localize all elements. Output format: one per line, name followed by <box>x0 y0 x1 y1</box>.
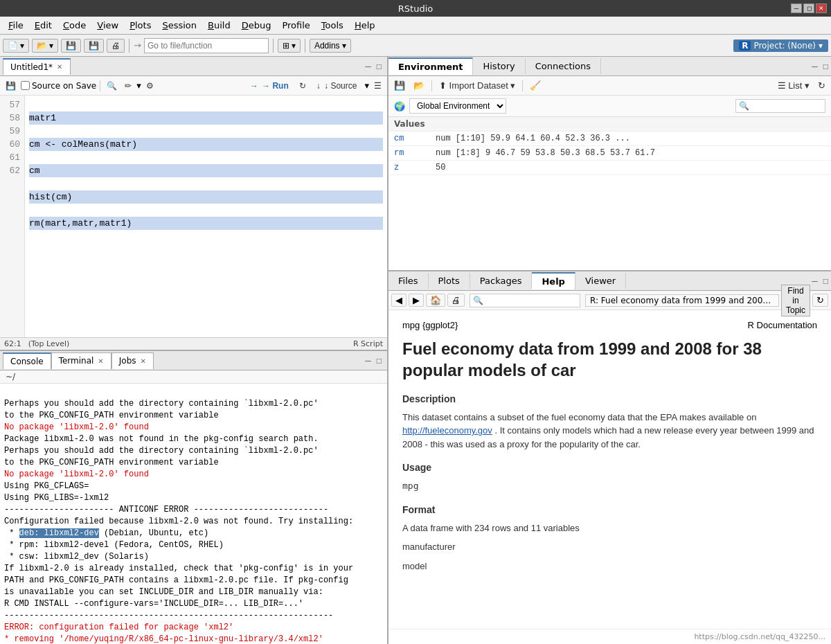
console-maximize-button[interactable]: □ <box>374 355 384 367</box>
jobs-tab-label: Jobs <box>119 356 136 366</box>
menu-code[interactable]: Code <box>57 18 91 33</box>
save-button[interactable]: 💾 <box>61 39 81 53</box>
menu-plots[interactable]: Plots <box>124 18 157 33</box>
env-load-icon-btn[interactable]: 📂 <box>411 79 427 92</box>
source-button[interactable]: ↓ ↓ Source <box>311 80 363 92</box>
open-icon: 📂 <box>37 41 47 51</box>
restore-button[interactable]: ◻ <box>803 3 814 13</box>
files-tab-plots[interactable]: Plots <box>429 273 470 289</box>
print-button[interactable]: 🖨 <box>107 39 125 53</box>
help-pkg-name: mpg {ggplot2} <box>402 319 458 332</box>
connections-tab-label: Connections <box>535 61 591 71</box>
env-minimize-button[interactable]: ─ <box>809 60 821 73</box>
help-refresh-button[interactable]: ↻ <box>812 294 828 307</box>
files-maximize-button[interactable]: □ <box>821 275 831 287</box>
main-layout: Untitled1* ✕ ─ □ 💾 Source on Save 🔍 ✏▾ ⚙ <box>0 57 831 644</box>
source-down-icon: ↓ <box>316 81 321 91</box>
editor-tab-untitled1[interactable]: Untitled1* ✕ <box>3 58 71 75</box>
close-button[interactable]: ✕ <box>816 3 827 13</box>
help-print-button[interactable]: 🖨 <box>447 294 465 307</box>
console-output[interactable]: Perhaps you should add the directory con… <box>0 384 387 644</box>
env-search-input[interactable] <box>735 99 825 113</box>
menu-view[interactable]: View <box>91 18 124 33</box>
goto-input[interactable] <box>144 38 269 53</box>
files-tab-files[interactable]: Files <box>388 273 429 289</box>
source-on-save-checkbox[interactable] <box>21 81 30 90</box>
editor-minimize-button[interactable]: ─ <box>362 60 374 73</box>
goto-arrow: → <box>134 40 141 51</box>
grid-button[interactable]: ⊞▾ <box>278 39 301 53</box>
editor-tab-bar: Untitled1* ✕ ─ □ <box>0 57 387 76</box>
menu-session[interactable]: Session <box>157 18 202 33</box>
env-save-icon-btn[interactable]: 💾 <box>391 79 408 92</box>
menu-debug[interactable]: Debug <box>236 18 277 33</box>
menu-tools[interactable]: Tools <box>316 18 349 33</box>
menu-edit[interactable]: Edit <box>29 18 57 33</box>
addins-button[interactable]: Addins ▾ <box>310 39 351 53</box>
files-tab-viewer[interactable]: Viewer <box>575 273 626 289</box>
env-maximize-button[interactable]: □ <box>821 60 831 73</box>
help-home-button[interactable]: 🏠 <box>426 294 445 307</box>
editor-options-icon-btn[interactable]: ☰ <box>371 80 384 92</box>
console-pane: Console Terminal ✕ Jobs ✕ ─ □ ~/ Perha <box>0 351 387 644</box>
help-path-bar: R: Fuel economy data from 1999 and 2008 … <box>585 294 779 307</box>
menu-file[interactable]: File <box>3 18 29 33</box>
jobs-tab-close-icon[interactable]: ✕ <box>141 357 146 365</box>
help-desc-text-1: This dataset contains a subset of the fu… <box>402 412 756 422</box>
help-usage-code-block: mpg <box>402 481 418 491</box>
code-tools-icon-btn[interactable]: ✏ <box>122 80 134 92</box>
help-back-button[interactable]: ◀ <box>391 294 406 307</box>
files-pane: Files Plots Packages Help Viewer ─ □ <box>388 271 831 644</box>
menu-help[interactable]: Help <box>349 18 381 33</box>
project-badge: R Project: (None) ▾ <box>733 39 828 52</box>
save-all-button[interactable]: 💾 <box>84 39 104 53</box>
project-r-icon: R <box>739 41 751 51</box>
run-button[interactable]: → → Run <box>244 80 294 92</box>
help-search-input[interactable] <box>470 294 580 307</box>
env-tab-environment[interactable]: Environment <box>388 57 474 75</box>
console-line-3: No package 'libxml-2.0' found <box>4 422 149 432</box>
env-sep-2 <box>522 80 523 91</box>
run-icon: → <box>250 81 258 91</box>
env-tab-connections[interactable]: Connections <box>526 58 601 74</box>
new-file-button[interactable]: 📄▾ <box>3 39 29 53</box>
env-scope-dropdown[interactable]: Global Environment <box>409 98 506 114</box>
menu-build[interactable]: Build <box>202 18 236 33</box>
toolbar-separator-3 <box>305 39 305 53</box>
list-mode-button[interactable]: ☰ List ▾ <box>775 79 812 92</box>
files-tab-packages[interactable]: Packages <box>470 273 533 289</box>
new-file-icon: 📄 <box>8 41 18 51</box>
help-content: mpg {ggplot2} R Documentation Fuel econo… <box>388 310 831 629</box>
help-forward-button[interactable]: ▶ <box>409 294 424 307</box>
files-tab-help[interactable]: Help <box>532 272 575 289</box>
open-file-button[interactable]: 📂▾ <box>32 39 58 53</box>
env-tab-history[interactable]: History <box>473 58 525 74</box>
editor-tab-close-icon[interactable]: ✕ <box>57 63 62 71</box>
files-minimize-button[interactable]: ─ <box>809 275 821 287</box>
editor-tab-label: Untitled1* <box>10 62 53 72</box>
clear-env-button[interactable]: 🧹 <box>527 79 544 92</box>
terminal-tab[interactable]: Terminal ✕ <box>51 352 111 369</box>
menu-profile[interactable]: Profile <box>276 18 315 33</box>
help-pkg-header: mpg {ggplot2} R Documentation <box>402 319 817 332</box>
editor-save-icon-btn[interactable]: 💾 <box>3 80 19 92</box>
search-icon-btn[interactable]: 🔍 <box>104 80 120 92</box>
env-var-value-cm: num [1:10] 59.9 64.1 60.4 52.3 36.3 ... <box>436 134 825 143</box>
console-tab[interactable]: Console <box>3 352 51 369</box>
code-content[interactable]: matr1 cm <- colMeans(matr) cm hist(cm) r… <box>25 96 387 337</box>
console-minimize-button[interactable]: ─ <box>362 355 374 367</box>
env-refresh-button[interactable]: ↻ <box>815 79 828 92</box>
editor-toolbar: 💾 Source on Save 🔍 ✏▾ ⚙ → → Run ↻ ↓ ↓ So… <box>0 76 387 96</box>
compile-icon-btn[interactable]: ⚙ <box>143 80 157 92</box>
re-run-button[interactable]: ↻ <box>296 80 309 92</box>
help-fueleconomy-link[interactable]: http://fueleconomy.gov <box>402 425 492 436</box>
jobs-tab[interactable]: Jobs ✕ <box>111 352 154 369</box>
terminal-tab-close-icon[interactable]: ✕ <box>98 357 103 365</box>
minimize-button[interactable]: ─ <box>791 3 802 13</box>
help-format-text: A data frame with 234 rows and 11 variab… <box>402 521 817 535</box>
editor-maximize-button[interactable]: □ <box>374 60 384 73</box>
save-all-icon: 💾 <box>89 41 99 51</box>
import-dataset-button[interactable]: ⬆ Import Dataset ▾ <box>436 79 518 92</box>
packages-tab-label: Packages <box>480 276 522 286</box>
ed-sep-1 <box>100 80 100 91</box>
